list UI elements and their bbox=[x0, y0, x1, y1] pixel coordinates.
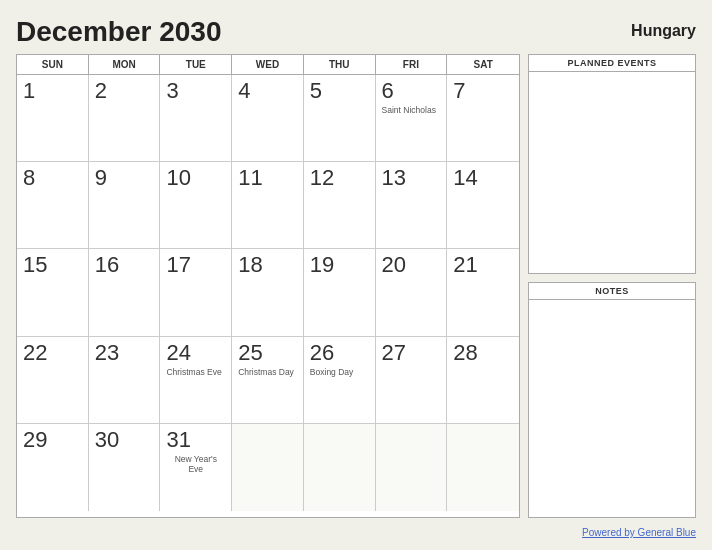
day-cell: 12 bbox=[304, 162, 376, 249]
planned-events-header: PLANNED EVENTS bbox=[529, 55, 695, 72]
day-number: 25 bbox=[238, 341, 262, 365]
day-cell: 27 bbox=[376, 337, 448, 424]
day-cell: 29 bbox=[17, 424, 89, 511]
day-cell: 18 bbox=[232, 249, 304, 336]
day-number: 17 bbox=[166, 253, 190, 277]
day-number: 26 bbox=[310, 341, 334, 365]
calendar-section: SUNMONTUEWEDTHUFRISAT 123456Saint Nichol… bbox=[16, 54, 520, 518]
day-number: 9 bbox=[95, 166, 107, 190]
day-number: 1 bbox=[23, 79, 35, 103]
country-name: Hungary bbox=[631, 22, 696, 40]
powered-by-link[interactable]: Powered by General Blue bbox=[582, 527, 696, 538]
day-cell: 24Christmas Eve bbox=[160, 337, 232, 424]
day-header: THU bbox=[304, 55, 376, 74]
day-number: 18 bbox=[238, 253, 262, 277]
day-number: 22 bbox=[23, 341, 47, 365]
day-cell: 23 bbox=[89, 337, 161, 424]
day-number: 4 bbox=[238, 79, 250, 103]
notes-box: NOTES bbox=[528, 282, 696, 518]
day-number: 16 bbox=[95, 253, 119, 277]
day-cell: 30 bbox=[89, 424, 161, 511]
footer: Powered by General Blue bbox=[16, 522, 696, 540]
day-number: 28 bbox=[453, 341, 477, 365]
day-cell: 22 bbox=[17, 337, 89, 424]
day-cell: 10 bbox=[160, 162, 232, 249]
day-cell: 17 bbox=[160, 249, 232, 336]
day-number: 20 bbox=[382, 253, 406, 277]
day-cell: 25Christmas Day bbox=[232, 337, 304, 424]
day-number: 19 bbox=[310, 253, 334, 277]
day-header: MON bbox=[89, 55, 161, 74]
day-number: 6 bbox=[382, 79, 394, 103]
day-number: 7 bbox=[453, 79, 465, 103]
day-cell: 1 bbox=[17, 75, 89, 162]
event-label: New Year's Eve bbox=[166, 454, 225, 474]
main-content: SUNMONTUEWEDTHUFRISAT 123456Saint Nichol… bbox=[16, 54, 696, 518]
day-cell: 4 bbox=[232, 75, 304, 162]
day-cell: 19 bbox=[304, 249, 376, 336]
day-cell bbox=[376, 424, 448, 511]
day-number: 12 bbox=[310, 166, 334, 190]
day-cell: 14 bbox=[447, 162, 519, 249]
event-label: Christmas Eve bbox=[166, 367, 221, 377]
planned-events-content bbox=[529, 72, 695, 273]
day-header: SAT bbox=[447, 55, 519, 74]
day-number: 15 bbox=[23, 253, 47, 277]
day-header: TUE bbox=[160, 55, 232, 74]
day-number: 31 bbox=[166, 428, 190, 452]
calendar-page: December 2030 Hungary SUNMONTUEWEDTHUFRI… bbox=[0, 0, 712, 550]
event-label: Saint Nicholas bbox=[382, 105, 436, 115]
day-number: 24 bbox=[166, 341, 190, 365]
day-number: 3 bbox=[166, 79, 178, 103]
day-cell bbox=[447, 424, 519, 511]
day-number: 5 bbox=[310, 79, 322, 103]
event-label: Christmas Day bbox=[238, 367, 294, 377]
day-cell: 3 bbox=[160, 75, 232, 162]
day-number: 27 bbox=[382, 341, 406, 365]
day-cell: 21 bbox=[447, 249, 519, 336]
day-number: 2 bbox=[95, 79, 107, 103]
day-cell: 31New Year's Eve bbox=[160, 424, 232, 511]
day-number: 14 bbox=[453, 166, 477, 190]
day-number: 11 bbox=[238, 166, 262, 190]
day-headers: SUNMONTUEWEDTHUFRISAT bbox=[17, 55, 519, 75]
day-number: 30 bbox=[95, 428, 119, 452]
day-cell: 11 bbox=[232, 162, 304, 249]
calendar-grid: 123456Saint Nicholas78910111213141516171… bbox=[17, 75, 519, 511]
day-header: SUN bbox=[17, 55, 89, 74]
day-cell: 2 bbox=[89, 75, 161, 162]
event-label: Boxing Day bbox=[310, 367, 353, 377]
day-cell: 28 bbox=[447, 337, 519, 424]
day-cell: 6Saint Nicholas bbox=[376, 75, 448, 162]
day-cell: 5 bbox=[304, 75, 376, 162]
planned-events-box: PLANNED EVENTS bbox=[528, 54, 696, 274]
day-header: FRI bbox=[376, 55, 448, 74]
notes-content bbox=[529, 300, 695, 517]
day-cell: 26Boxing Day bbox=[304, 337, 376, 424]
header: December 2030 Hungary bbox=[16, 16, 696, 48]
day-cell: 20 bbox=[376, 249, 448, 336]
notes-header: NOTES bbox=[529, 283, 695, 300]
day-number: 23 bbox=[95, 341, 119, 365]
day-cell bbox=[304, 424, 376, 511]
day-cell: 13 bbox=[376, 162, 448, 249]
day-number: 13 bbox=[382, 166, 406, 190]
day-cell: 16 bbox=[89, 249, 161, 336]
day-cell: 9 bbox=[89, 162, 161, 249]
day-number: 10 bbox=[166, 166, 190, 190]
day-number: 8 bbox=[23, 166, 35, 190]
day-number: 21 bbox=[453, 253, 477, 277]
day-cell bbox=[232, 424, 304, 511]
day-cell: 7 bbox=[447, 75, 519, 162]
right-section: PLANNED EVENTS NOTES bbox=[528, 54, 696, 518]
day-number: 29 bbox=[23, 428, 47, 452]
day-cell: 15 bbox=[17, 249, 89, 336]
day-header: WED bbox=[232, 55, 304, 74]
month-title: December 2030 bbox=[16, 16, 221, 48]
day-cell: 8 bbox=[17, 162, 89, 249]
